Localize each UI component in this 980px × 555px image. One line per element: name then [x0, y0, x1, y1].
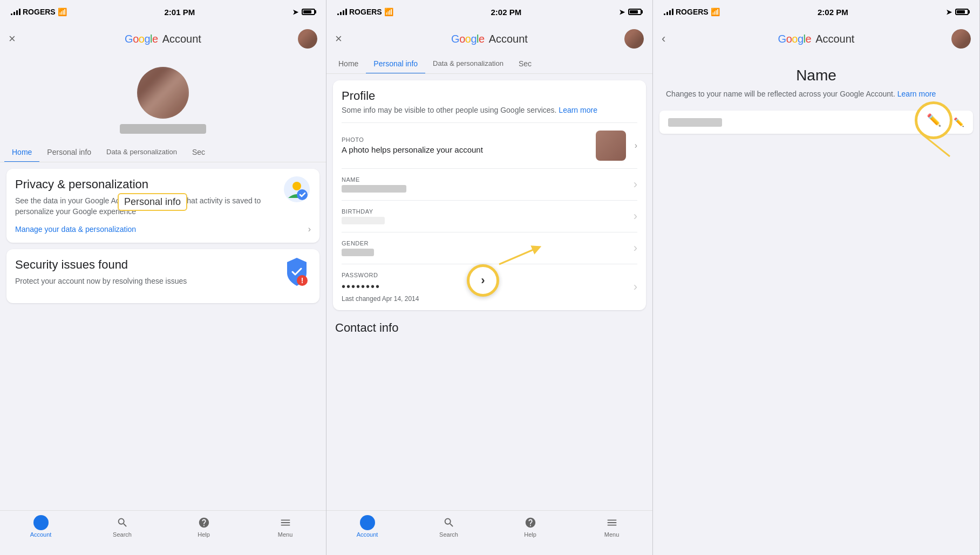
birthday-row-2[interactable]: BIRTHDAY › [333, 201, 646, 232]
nav-account-label-1: Account [30, 531, 52, 538]
password-row-2[interactable]: PASSWORD •••••••• Last changed Apr 14, 2… [333, 264, 646, 310]
battery-icon-3 [955, 9, 969, 15]
nav-search-label-2: Search [439, 531, 458, 538]
nav-menu-1[interactable]: Menu [244, 515, 326, 538]
photo-row-left: PHOTO A photo helps personalize your acc… [342, 136, 483, 154]
name-page-title-3: Name [653, 54, 979, 88]
contact-info-section-2: Contact info [326, 317, 652, 341]
account-title-2: Account [489, 33, 528, 45]
nav-search-2[interactable]: Search [408, 515, 489, 538]
privacy-card-1[interactable]: Privacy & personalization See the data i… [6, 169, 319, 243]
gender-label-2: GENDER [342, 240, 374, 246]
tab-sec-2[interactable]: Sec [511, 54, 539, 73]
carrier-name-1: ROGERS [23, 8, 56, 16]
app-title-1: Google Account [125, 33, 201, 45]
help-nav-icon-2 [523, 515, 538, 530]
svg-point-1 [292, 182, 301, 190]
avatar-3[interactable] [951, 29, 971, 49]
nav-help-label-2: Help [524, 531, 536, 538]
google-logo-3: Google [778, 33, 812, 45]
nav-menu-2[interactable]: Menu [571, 515, 652, 538]
google-logo-2: Google [451, 33, 485, 45]
content-3: Name Changes to your name will be reflec… [653, 54, 979, 555]
carrier-name-3: ROGERS [676, 8, 709, 16]
close-button-1[interactable]: × [9, 32, 16, 46]
carrier-1: ROGERS 📶 [11, 8, 67, 16]
google-logo-1: Google [125, 33, 158, 45]
location-icon-3: ➤ [946, 8, 952, 16]
nav-help-1[interactable]: Help [163, 515, 244, 538]
name-page-desc-3: Changes to your name will be reflected a… [653, 88, 979, 111]
nav-search-1[interactable]: Search [81, 515, 163, 538]
password-row-left: PASSWORD •••••••• Last changed Apr 14, 2… [342, 272, 419, 303]
privacy-card-subtitle: See the data in your Google Account and … [15, 196, 311, 217]
carrier-2: ROGERS 📶 [337, 8, 393, 16]
manage-link[interactable]: Manage your data & personalization › [15, 224, 311, 234]
name-field-row-3[interactable]: ✏️ [659, 111, 973, 134]
gender-value-blur-2 [342, 249, 374, 256]
status-icons-2: ➤ [619, 8, 642, 16]
svg-point-2 [297, 189, 308, 200]
avatar-1[interactable] [298, 29, 317, 49]
tabs-2: Home Personal info Data & personalizatio… [326, 54, 652, 74]
app-title-2: Google Account [451, 33, 528, 45]
status-icons-3: ➤ [946, 8, 969, 16]
photo-chevron: › [635, 141, 637, 150]
photo-row-2[interactable]: PHOTO A photo helps personalize your acc… [333, 123, 646, 168]
content-1: Privacy & personalization See the data i… [0, 162, 326, 510]
time-2: 2:02 PM [491, 8, 521, 17]
photo-value-2: A photo helps personalize your account [342, 145, 483, 154]
profile-name-blur-1 [120, 124, 206, 134]
account-title-1: Account [162, 33, 201, 45]
gender-row-2[interactable]: GENDER › [333, 232, 646, 264]
account-title-3: Account [815, 33, 854, 45]
security-card-1[interactable]: ! Security issues found Protect your acc… [6, 249, 319, 303]
bottom-nav-2: Account Search Help Menu [326, 510, 652, 555]
tab-personal-info-2[interactable]: Personal info [366, 54, 425, 73]
nav-header-2: × Google Account [326, 24, 652, 54]
gender-row-left: GENDER [342, 240, 374, 256]
manage-link-text: Manage your data & personalization [15, 225, 136, 234]
profile-area-1 [0, 54, 326, 142]
battery-icon [302, 9, 315, 15]
location-icon-2: ➤ [619, 8, 625, 16]
close-button-2[interactable]: × [335, 32, 342, 46]
learn-more-link-3[interactable]: Learn more [897, 90, 936, 98]
nav-search-label-1: Search [113, 531, 132, 538]
birthday-label-2: BIRTHDAY [342, 208, 385, 215]
account-nav-icon-1 [33, 515, 49, 530]
signal-icon-3 [664, 9, 673, 15]
tab-sec-1[interactable]: Sec [185, 142, 213, 162]
learn-more-link-2[interactable]: Learn more [559, 106, 597, 114]
back-button-3[interactable]: ‹ [662, 32, 665, 46]
content-2: Profile Some info may be visible to othe… [326, 74, 652, 510]
wifi-icon-3: 📶 [711, 8, 720, 16]
nav-account-1[interactable]: Account [0, 515, 81, 538]
contact-section-title-2: Contact info [326, 317, 652, 341]
help-nav-icon-1 [196, 515, 212, 530]
tab-data-1[interactable]: Data & personalization [99, 142, 185, 162]
signal-icon [11, 9, 21, 15]
wifi-icon: 📶 [58, 8, 67, 16]
svg-text:!: ! [301, 276, 304, 285]
tab-data-2[interactable]: Data & personalization [425, 54, 511, 73]
tab-personal-info-1[interactable]: Personal info [39, 142, 99, 162]
phone-screen-1: ROGERS 📶 2:01 PM ➤ × Google Account [0, 0, 326, 555]
name-field-blur-3 [668, 118, 722, 127]
tab-home-2[interactable]: Home [331, 54, 366, 73]
security-card-subtitle: Protect your account now by resolving th… [15, 276, 311, 287]
name-row-2[interactable]: NAME › [333, 169, 646, 200]
nav-help-2[interactable]: Help [489, 515, 571, 538]
edit-pencil-icon-3[interactable]: ✏️ [954, 117, 964, 127]
profile-avatar-1[interactable] [137, 67, 189, 119]
avatar-2[interactable] [624, 29, 644, 49]
tabs-1: Home Personal info Data & personalizatio… [0, 142, 326, 162]
nav-account-2[interactable]: Account [326, 515, 408, 538]
tab-home-1[interactable]: Home [4, 142, 39, 162]
nav-menu-label-2: Menu [604, 531, 620, 538]
time-3: 2:02 PM [818, 8, 848, 17]
location-icon: ➤ [292, 8, 298, 16]
profile-section-title-2: Profile [333, 80, 646, 105]
phone-screen-3: ROGERS 📶 2:02 PM ➤ ‹ Google Account Name… [653, 0, 980, 555]
nav-header-3: ‹ Google Account [653, 24, 979, 54]
